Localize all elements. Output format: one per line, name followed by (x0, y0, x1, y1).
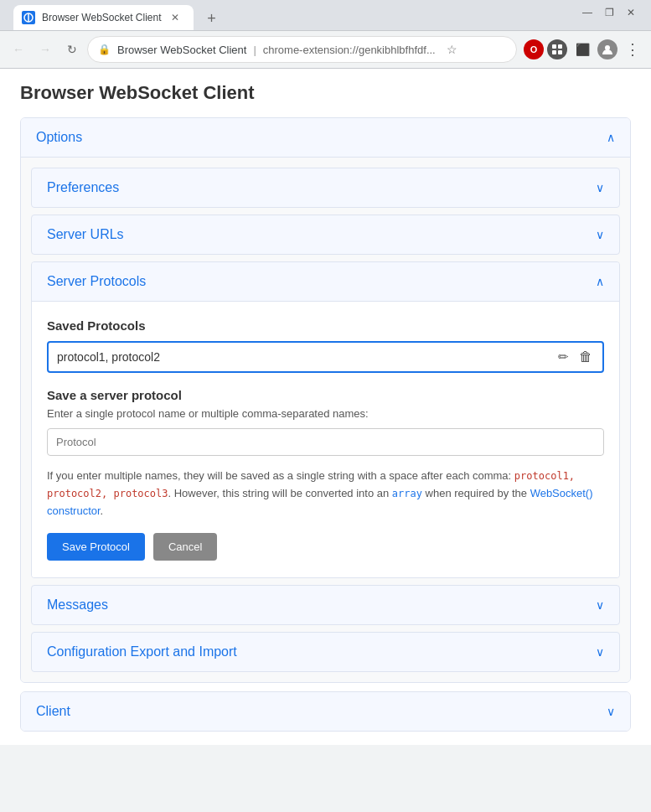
options-body: Preferences ∨ Server URLs ∨ Server Proto… (21, 158, 630, 682)
info-period: . (101, 504, 104, 517)
info-middle: . However, this string will be converted… (168, 487, 392, 499)
tab-close-button[interactable]: ✕ (168, 11, 182, 24)
config-export-chevron: ∨ (596, 645, 604, 659)
config-export-title: Configuration Export and Import (47, 644, 237, 659)
delete-icon: 🗑 (579, 349, 592, 365)
browser-titlebar: Browser WebSocket Client ✕ + — ❐ ✕ (0, 0, 651, 30)
preferences-chevron: ∨ (596, 181, 604, 194)
minimize-button[interactable]: — (581, 6, 594, 19)
saved-protocols-value: protocol1, protocol2 (57, 350, 550, 364)
config-export-header[interactable]: Configuration Export and Import ∨ (31, 632, 620, 672)
account-button[interactable] (597, 39, 617, 59)
address-separator: | (253, 44, 256, 56)
address-url: chrome-extension://genkibhlbfhfdf... (263, 44, 436, 56)
options-title: Options (36, 130, 82, 145)
svg-rect-4 (552, 50, 556, 54)
cast-button[interactable]: ⬛ (571, 38, 594, 61)
reload-button[interactable]: ↻ (60, 38, 84, 61)
tab-title: Browser WebSocket Client (42, 12, 162, 23)
protocol-name-input[interactable] (47, 428, 604, 456)
info-after: when required by the (422, 487, 530, 499)
page-content: Browser WebSocket Client Options ∧ Prefe… (0, 69, 651, 745)
client-chevron: ∨ (607, 705, 615, 718)
saved-protocols-row: protocol1, protocol2 ✏ 🗑 (47, 341, 604, 373)
options-header[interactable]: Options ∧ (21, 118, 630, 158)
toolbar-right: O ⬛ ⋮ (524, 38, 644, 61)
delete-protocol-button[interactable]: 🗑 (577, 348, 594, 366)
edit-icon: ✏ (558, 349, 569, 365)
server-protocols-chevron: ∧ (596, 275, 604, 288)
address-actions: ☆ (442, 39, 462, 59)
preferences-title: Preferences (47, 180, 119, 195)
addressbar-row: ← → ↻ 🔒 Browser WebSocket Client | chrom… (0, 31, 651, 68)
protocol-buttons: Save Protocol Cancel (47, 533, 604, 561)
save-protocol-button[interactable]: Save Protocol (47, 533, 145, 561)
server-protocols-section: Server Protocols ∧ Saved Protocols proto… (31, 261, 620, 578)
svg-rect-5 (558, 50, 562, 54)
back-button[interactable]: ← (7, 38, 30, 61)
restore-button[interactable]: ❐ (602, 6, 616, 19)
server-protocols-body: Saved Protocols protocol1, protocol2 ✏ 🗑… (32, 302, 619, 577)
server-urls-title: Server URLs (47, 227, 124, 242)
address-site-name: Browser WebSocket Client (117, 44, 246, 56)
bookmark-button[interactable]: ☆ (442, 39, 462, 59)
saved-protocols-label: Saved Protocols (47, 318, 604, 333)
edit-protocol-button[interactable]: ✏ (556, 348, 571, 366)
protocol-info-text: If you enter multiple names, they will b… (47, 468, 604, 520)
page-title: Browser WebSocket Client (20, 82, 631, 104)
preferences-header[interactable]: Preferences ∨ (31, 168, 620, 208)
svg-rect-3 (558, 44, 562, 49)
server-urls-chevron: ∨ (596, 228, 604, 241)
forward-button[interactable]: → (34, 38, 57, 61)
opera-button[interactable]: O (524, 39, 544, 59)
save-protocol-title: Save a server protocol (47, 388, 604, 402)
tab-bar: Browser WebSocket Client ✕ + (7, 0, 581, 30)
server-protocols-title: Server Protocols (47, 274, 146, 289)
info-array: array (392, 488, 422, 499)
messages-header[interactable]: Messages ∨ (31, 585, 620, 625)
messages-title: Messages (47, 597, 108, 613)
svg-rect-2 (552, 44, 556, 49)
options-chevron-up: ∧ (607, 131, 615, 144)
new-tab-button[interactable]: + (200, 7, 224, 30)
save-protocol-desc: Enter a single protocol name or multiple… (47, 407, 604, 420)
window-controls: — ❐ ✕ (581, 6, 644, 24)
messages-chevron: ∨ (596, 598, 604, 612)
server-urls-header[interactable]: Server URLs ∨ (31, 215, 620, 255)
server-protocols-header[interactable]: Server Protocols ∧ (32, 262, 619, 302)
client-title: Client (36, 704, 70, 719)
address-bar[interactable]: 🔒 Browser WebSocket Client | chrome-exte… (87, 36, 517, 63)
extensions-button[interactable] (547, 39, 567, 59)
options-section: Options ∧ Preferences ∨ Server URLs ∨ Se… (20, 117, 631, 683)
menu-button[interactable]: ⋮ (621, 38, 644, 61)
cancel-button[interactable]: Cancel (153, 533, 217, 561)
client-header[interactable]: Client ∨ (21, 692, 630, 731)
close-button[interactable]: ✕ (624, 6, 638, 19)
info-before: If you enter multiple names, they will b… (47, 469, 514, 482)
client-section: Client ∨ (20, 691, 631, 732)
active-tab[interactable]: Browser WebSocket Client ✕ (13, 5, 194, 30)
tab-favicon (22, 11, 35, 24)
lock-icon: 🔒 (98, 44, 111, 55)
